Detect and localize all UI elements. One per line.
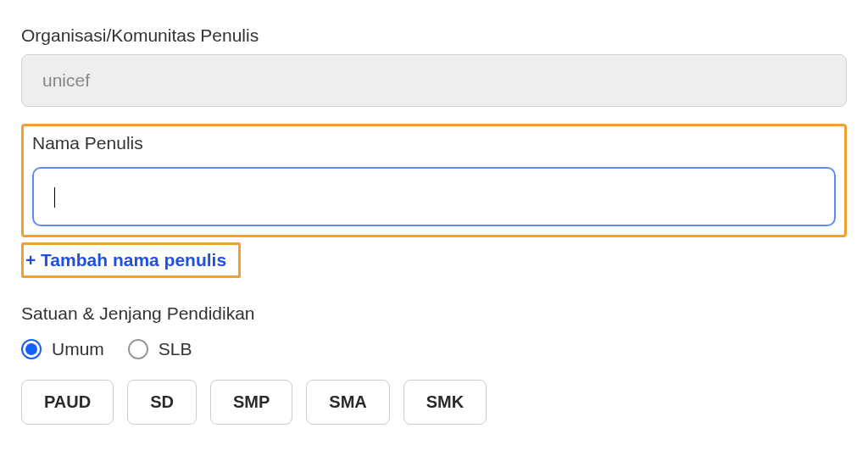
add-author-button[interactable]: + Tambah nama penulis: [25, 250, 226, 270]
education-section: Satuan & Jenjang Pendidikan Umum SLB PAU…: [21, 303, 847, 425]
education-label: Satuan & Jenjang Pendidikan: [21, 303, 847, 324]
chip-sma[interactable]: SMA: [306, 380, 389, 425]
radio-label-umum: Umum: [52, 339, 104, 359]
author-name-input[interactable]: [32, 167, 836, 226]
radio-circle-umum: [21, 339, 42, 359]
education-level-chips: PAUD SD SMP SMA SMK: [21, 380, 847, 425]
radio-option-slb[interactable]: SLB: [128, 339, 192, 359]
chip-sd[interactable]: SD: [127, 380, 197, 425]
radio-label-slb: SLB: [159, 339, 192, 359]
radio-dot: [25, 343, 37, 355]
radio-option-umum[interactable]: Umum: [21, 339, 104, 359]
organization-input[interactable]: [21, 54, 847, 107]
author-name-label: Nama Penulis: [32, 133, 836, 153]
organization-field: Organisasi/Komunitas Penulis: [21, 25, 847, 107]
radio-circle-slb: [128, 339, 148, 359]
text-cursor: [54, 187, 55, 208]
add-author-highlight: + Tambah nama penulis: [21, 242, 241, 278]
organization-label: Organisasi/Komunitas Penulis: [21, 25, 847, 46]
education-radio-group: Umum SLB: [21, 339, 847, 359]
chip-paud[interactable]: PAUD: [21, 380, 114, 425]
chip-smp[interactable]: SMP: [210, 380, 292, 425]
author-name-highlight: Nama Penulis: [21, 124, 847, 237]
chip-smk[interactable]: SMK: [403, 380, 487, 425]
